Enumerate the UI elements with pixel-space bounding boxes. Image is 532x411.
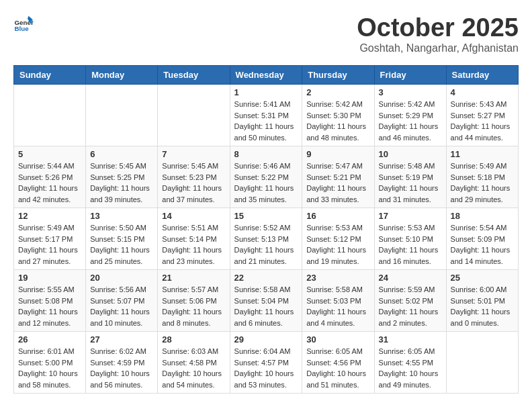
day-info: Sunrise: 5:58 AMSunset: 5:04 PMDaylight:…: [234, 284, 298, 328]
day-number: 19: [18, 273, 81, 283]
day-cell: 10Sunrise: 5:48 AMSunset: 5:19 PMDayligh…: [374, 146, 446, 208]
day-number: 29: [234, 334, 298, 345]
day-cell: 2Sunrise: 5:42 AMSunset: 5:30 PMDaylight…: [302, 85, 374, 146]
day-info: Sunrise: 5:53 AMSunset: 5:10 PMDaylight:…: [379, 222, 442, 267]
day-cell: 18Sunrise: 5:54 AMSunset: 5:09 PMDayligh…: [446, 208, 518, 270]
day-info: Sunrise: 5:59 AMSunset: 5:02 PMDaylight:…: [379, 284, 442, 328]
weekday-header-friday: Friday: [374, 66, 446, 85]
week-row-3: 12Sunrise: 5:49 AMSunset: 5:17 PMDayligh…: [14, 208, 519, 270]
day-number: 21: [162, 273, 225, 283]
day-cell: 4Sunrise: 5:43 AMSunset: 5:27 PMDaylight…: [446, 85, 518, 146]
day-number: 10: [379, 149, 442, 159]
day-cell: 15Sunrise: 5:52 AMSunset: 5:13 PMDayligh…: [230, 208, 302, 270]
day-info: Sunrise: 6:05 AMSunset: 4:55 PMDaylight:…: [379, 346, 442, 390]
day-number: 31: [379, 334, 442, 345]
day-cell: 24Sunrise: 5:59 AMSunset: 5:02 PMDayligh…: [374, 270, 446, 332]
weekday-header-thursday: Thursday: [302, 66, 374, 85]
day-number: 23: [306, 273, 369, 283]
week-row-4: 19Sunrise: 5:55 AMSunset: 5:08 PMDayligh…: [14, 270, 519, 332]
weekday-header-tuesday: Tuesday: [158, 66, 230, 85]
day-info: Sunrise: 5:46 AMSunset: 5:22 PMDaylight:…: [234, 161, 298, 205]
day-info: Sunrise: 5:43 AMSunset: 5:27 PMDaylight:…: [451, 99, 514, 143]
day-number: 9: [306, 149, 369, 159]
day-cell: 12Sunrise: 5:49 AMSunset: 5:17 PMDayligh…: [14, 208, 86, 270]
day-cell: 13Sunrise: 5:50 AMSunset: 5:15 PMDayligh…: [86, 208, 158, 270]
day-info: Sunrise: 5:58 AMSunset: 5:03 PMDaylight:…: [306, 284, 369, 328]
weekday-header-wednesday: Wednesday: [230, 66, 302, 85]
day-info: Sunrise: 6:03 AMSunset: 4:58 PMDaylight:…: [162, 346, 225, 390]
day-cell: [86, 85, 158, 146]
day-number: 14: [162, 211, 225, 221]
day-cell: 27Sunrise: 6:02 AMSunset: 4:59 PMDayligh…: [86, 332, 158, 394]
day-cell: 30Sunrise: 6:05 AMSunset: 4:56 PMDayligh…: [302, 332, 374, 394]
day-cell: 20Sunrise: 5:56 AMSunset: 5:07 PMDayligh…: [86, 270, 158, 332]
day-cell: 22Sunrise: 5:58 AMSunset: 5:04 PMDayligh…: [230, 270, 302, 332]
day-cell: 5Sunrise: 5:44 AMSunset: 5:26 PMDaylight…: [14, 146, 86, 208]
day-number: 1: [234, 87, 298, 97]
calendar: SundayMondayTuesdayWednesdayThursdayFrid…: [13, 65, 519, 394]
day-info: Sunrise: 6:01 AMSunset: 5:00 PMDaylight:…: [18, 346, 81, 390]
day-number: 8: [234, 149, 298, 159]
day-number: 24: [379, 273, 442, 283]
day-number: 22: [234, 273, 298, 283]
day-info: Sunrise: 5:54 AMSunset: 5:09 PMDaylight:…: [451, 222, 514, 267]
day-number: 7: [162, 149, 225, 159]
day-cell: 17Sunrise: 5:53 AMSunset: 5:10 PMDayligh…: [374, 208, 446, 270]
weekday-header-sunday: Sunday: [14, 66, 86, 85]
day-info: Sunrise: 6:02 AMSunset: 4:59 PMDaylight:…: [90, 346, 153, 390]
day-cell: 9Sunrise: 5:47 AMSunset: 5:21 PMDaylight…: [302, 146, 374, 208]
day-info: Sunrise: 5:47 AMSunset: 5:21 PMDaylight:…: [306, 161, 369, 205]
day-cell: 26Sunrise: 6:01 AMSunset: 5:00 PMDayligh…: [14, 332, 86, 394]
day-number: 4: [451, 87, 514, 97]
header: General Blue October 2025 Goshtah, Nanga…: [13, 13, 519, 54]
day-cell: 7Sunrise: 5:45 AMSunset: 5:23 PMDaylight…: [158, 146, 230, 208]
day-cell: 1Sunrise: 5:41 AMSunset: 5:31 PMDaylight…: [230, 85, 302, 146]
day-number: 30: [306, 334, 369, 345]
day-info: Sunrise: 6:05 AMSunset: 4:56 PMDaylight:…: [306, 346, 369, 390]
day-info: Sunrise: 6:04 AMSunset: 4:57 PMDaylight:…: [234, 346, 298, 390]
day-number: 25: [451, 273, 514, 283]
month-title: October 2025: [357, 13, 519, 42]
day-cell: 21Sunrise: 5:57 AMSunset: 5:06 PMDayligh…: [158, 270, 230, 332]
day-number: 27: [90, 334, 153, 345]
week-row-5: 26Sunrise: 6:01 AMSunset: 5:00 PMDayligh…: [14, 332, 519, 394]
day-info: Sunrise: 5:51 AMSunset: 5:14 PMDaylight:…: [162, 222, 225, 267]
day-info: Sunrise: 5:56 AMSunset: 5:07 PMDaylight:…: [90, 284, 153, 328]
day-cell: 11Sunrise: 5:49 AMSunset: 5:18 PMDayligh…: [446, 146, 518, 208]
day-cell: 19Sunrise: 5:55 AMSunset: 5:08 PMDayligh…: [14, 270, 86, 332]
day-number: 28: [162, 334, 225, 345]
day-cell: 23Sunrise: 5:58 AMSunset: 5:03 PMDayligh…: [302, 270, 374, 332]
day-cell: 31Sunrise: 6:05 AMSunset: 4:55 PMDayligh…: [374, 332, 446, 394]
day-cell: 29Sunrise: 6:04 AMSunset: 4:57 PMDayligh…: [230, 332, 302, 394]
day-number: 18: [451, 211, 514, 221]
day-info: Sunrise: 5:44 AMSunset: 5:26 PMDaylight:…: [18, 161, 81, 205]
day-cell: [446, 332, 518, 394]
day-info: Sunrise: 5:49 AMSunset: 5:18 PMDaylight:…: [451, 161, 514, 205]
week-row-2: 5Sunrise: 5:44 AMSunset: 5:26 PMDaylight…: [14, 146, 519, 208]
day-number: 17: [379, 211, 442, 221]
day-info: Sunrise: 5:42 AMSunset: 5:30 PMDaylight:…: [306, 99, 369, 143]
day-info: Sunrise: 5:45 AMSunset: 5:23 PMDaylight:…: [162, 161, 225, 205]
day-info: Sunrise: 5:42 AMSunset: 5:29 PMDaylight:…: [379, 99, 442, 143]
title-area: October 2025 Goshtah, Nangarhar, Afghani…: [357, 13, 519, 54]
day-cell: 14Sunrise: 5:51 AMSunset: 5:14 PMDayligh…: [158, 208, 230, 270]
day-info: Sunrise: 5:52 AMSunset: 5:13 PMDaylight:…: [234, 222, 298, 267]
day-info: Sunrise: 5:50 AMSunset: 5:15 PMDaylight:…: [90, 222, 153, 267]
day-number: 2: [306, 87, 369, 97]
day-info: Sunrise: 5:45 AMSunset: 5:25 PMDaylight:…: [90, 161, 153, 205]
day-number: 6: [90, 149, 153, 159]
day-number: 20: [90, 273, 153, 283]
day-info: Sunrise: 6:00 AMSunset: 5:01 PMDaylight:…: [451, 284, 514, 328]
weekday-header-monday: Monday: [86, 66, 158, 85]
day-cell: 16Sunrise: 5:53 AMSunset: 5:12 PMDayligh…: [302, 208, 374, 270]
day-info: Sunrise: 5:53 AMSunset: 5:12 PMDaylight:…: [306, 222, 369, 267]
day-number: 15: [234, 211, 298, 221]
weekday-header-saturday: Saturday: [446, 66, 518, 85]
day-cell: 3Sunrise: 5:42 AMSunset: 5:29 PMDaylight…: [374, 85, 446, 146]
day-number: 12: [18, 211, 81, 221]
logo: General Blue: [13, 13, 36, 34]
day-info: Sunrise: 5:41 AMSunset: 5:31 PMDaylight:…: [234, 99, 298, 143]
day-number: 11: [451, 149, 514, 159]
day-cell: 6Sunrise: 5:45 AMSunset: 5:25 PMDaylight…: [86, 146, 158, 208]
day-number: 13: [90, 211, 153, 221]
